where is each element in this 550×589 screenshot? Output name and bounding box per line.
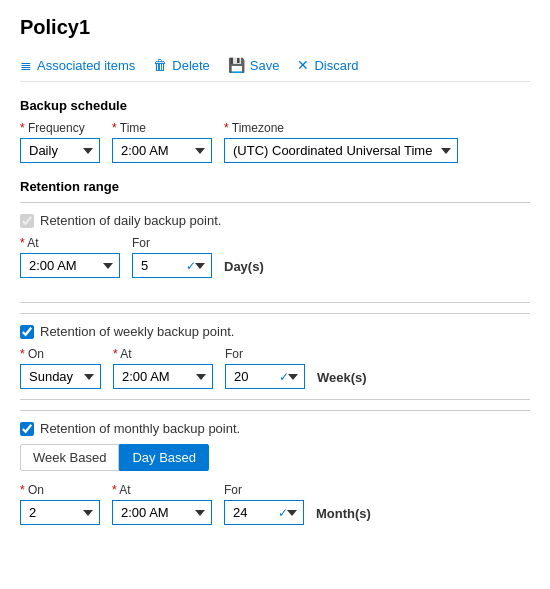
monthly-for-select[interactable]: 24 12 36 [224,500,304,525]
weekly-at-required: * [113,347,118,361]
delete-icon: 🗑 [153,57,167,73]
weekly-on-field: * On Sunday Monday [20,347,101,389]
weekly-for-select[interactable]: 20 4 12 [225,364,305,389]
monthly-for-field: For 24 12 36 ✓ [224,483,304,525]
monthly-retention-section: Retention of monthly backup point. Week … [20,410,530,525]
weekly-retention-label: Retention of weekly backup point. [40,324,234,339]
monthly-at-select[interactable]: 2:00 AM [112,500,212,525]
discard-icon: ✕ [297,57,309,73]
timezone-select[interactable]: (UTC) Coordinated Universal Time (UTC+05… [224,138,458,163]
daily-retention-checkbox[interactable] [20,214,34,228]
weekly-for-select-wrapper: 20 4 12 ✓ [225,364,305,389]
monthly-checkbox-row: Retention of monthly backup point. [20,421,530,436]
backup-schedule-section: Backup schedule * Frequency Daily Weekly… [20,98,530,163]
retention-range-label: Retention range [20,179,530,194]
save-button[interactable]: 💾 Save [228,57,280,73]
weekly-at-select[interactable]: 2:00 AM [113,364,213,389]
monthly-at-field: * At 2:00 AM [112,483,212,525]
frequency-select[interactable]: Daily Weekly Monthly [20,138,100,163]
daily-for-select-wrapper: 5 7 14 ✓ [132,253,212,278]
save-icon: 💾 [228,57,245,73]
associated-items-label: Associated items [37,58,135,73]
timezone-label: * Timezone [224,121,458,135]
weekly-at-label: * At [113,347,213,361]
time-select[interactable]: 2:00 AM 3:00 AM [112,138,212,163]
weekly-unit-label: Week(s) [317,370,367,389]
page-title: Policy1 [20,16,530,39]
associated-items-icon: ≣ [20,57,32,73]
divider-2 [20,399,530,400]
weekly-for-label: For [225,347,305,361]
daily-unit-label: Day(s) [224,259,264,278]
timezone-field: * Timezone (UTC) Coordinated Universal T… [224,121,458,163]
monthly-on-select[interactable]: 2 1 15 [20,500,100,525]
discard-label: Discard [314,58,358,73]
toolbar: ≣ Associated items 🗑 Delete 💾 Save ✕ Dis… [20,49,530,82]
monthly-for-select-wrapper: 24 12 36 ✓ [224,500,304,525]
week-based-tab[interactable]: Week Based [20,444,119,471]
monthly-retention-checkbox[interactable] [20,422,34,436]
weekly-checkbox-row: Retention of weekly backup point. [20,324,530,339]
monthly-unit-label: Month(s) [316,506,371,525]
weekly-on-label: * On [20,347,101,361]
divider-1 [20,302,530,303]
daily-for-label: For [132,236,212,250]
monthly-fields: * On 2 1 15 * At 2:00 AM For [20,483,530,525]
monthly-retention-label: Retention of monthly backup point. [40,421,240,436]
daily-at-label: * At [20,236,120,250]
time-label: * Time [112,121,212,135]
daily-retention-section: Retention of daily backup point. * At 2:… [20,202,530,278]
frequency-field: * Frequency Daily Weekly Monthly [20,121,100,163]
daily-checkbox-row: Retention of daily backup point. [20,213,530,228]
daily-at-select[interactable]: 2:00 AM [20,253,120,278]
monthly-tab-group: Week Based Day Based [20,444,530,471]
daily-at-field: * At 2:00 AM [20,236,120,278]
weekly-at-field: * At 2:00 AM [113,347,213,389]
frequency-label: * Frequency [20,121,100,135]
retention-range-section: Retention range Retention of daily backu… [20,179,530,525]
daily-for-field: For 5 7 14 ✓ [132,236,212,278]
daily-for-select[interactable]: 5 7 14 [132,253,212,278]
associated-items-button[interactable]: ≣ Associated items [20,57,135,73]
frequency-required: * [20,121,25,135]
monthly-at-required: * [112,483,117,497]
monthly-at-label: * At [112,483,212,497]
weekly-on-required: * [20,347,25,361]
backup-schedule-fields: * Frequency Daily Weekly Monthly * Time … [20,121,530,163]
monthly-on-label: * On [20,483,100,497]
delete-label: Delete [172,58,210,73]
monthly-on-required: * [20,483,25,497]
weekly-retention-section: Retention of weekly backup point. * On S… [20,313,530,389]
daily-retention-label: Retention of daily backup point. [40,213,221,228]
day-based-tab[interactable]: Day Based [119,444,209,471]
time-field: * Time 2:00 AM 3:00 AM [112,121,212,163]
discard-button[interactable]: ✕ Discard [297,57,358,73]
time-required: * [112,121,117,135]
timezone-required: * [224,121,229,135]
monthly-for-label: For [224,483,304,497]
weekly-fields: * On Sunday Monday * At 2:00 AM For [20,347,530,389]
delete-button[interactable]: 🗑 Delete [153,57,210,73]
backup-schedule-label: Backup schedule [20,98,530,113]
weekly-retention-checkbox[interactable] [20,325,34,339]
save-label: Save [250,58,280,73]
weekly-on-select[interactable]: Sunday Monday [20,364,101,389]
monthly-on-field: * On 2 1 15 [20,483,100,525]
weekly-for-field: For 20 4 12 ✓ [225,347,305,389]
daily-at-required: * [20,236,25,250]
daily-fields: * At 2:00 AM For 5 7 14 ✓ Day(s) [20,236,530,278]
